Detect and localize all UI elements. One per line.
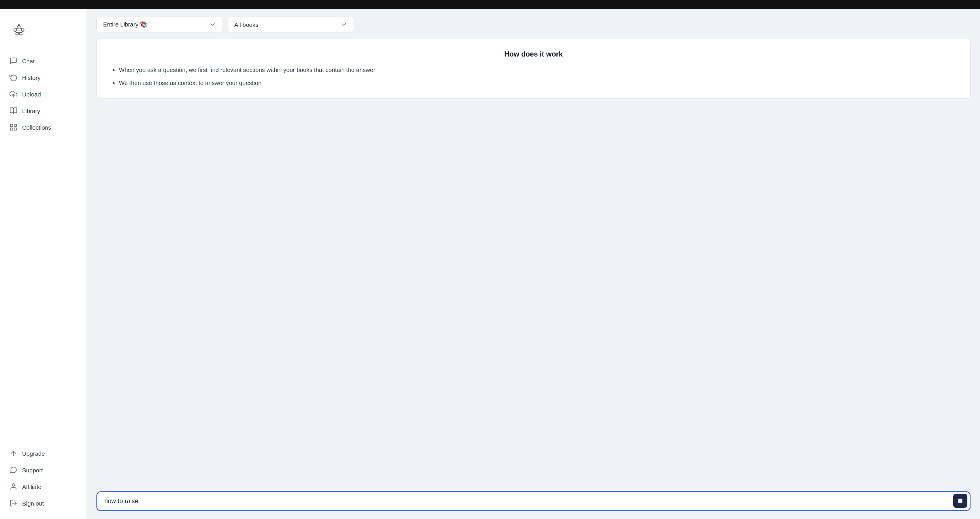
info-card-title: How does it work [111, 50, 956, 59]
chevron-down-icon [209, 21, 216, 28]
library-dropdown-label: Entire Library 📚 [103, 21, 147, 28]
books-dropdown[interactable]: All books [228, 17, 354, 32]
sidebar-item-chat[interactable]: Chat [3, 53, 83, 69]
sidebar-item-history[interactable]: History [3, 70, 83, 85]
top-bar [0, 0, 980, 9]
sidebar-item-collections-label: Collections [22, 124, 51, 131]
sidebar-item-library-label: Library [22, 108, 40, 114]
app-container: Chat History Upload [0, 9, 980, 519]
logo-area [0, 17, 87, 53]
sidebar-item-support-label: Support [22, 467, 43, 474]
chat-area: How does it work When you ask a question… [87, 39, 980, 487]
svg-line-7 [15, 31, 17, 32]
info-bullet-1: When you ask a question, we first find r… [119, 66, 956, 75]
upload-icon [9, 90, 17, 98]
svg-point-4 [20, 32, 22, 35]
sidebar-item-history-label: History [22, 74, 41, 81]
svg-line-8 [21, 31, 23, 32]
chat-input-wrapper [96, 491, 971, 511]
input-area [87, 487, 980, 519]
svg-line-6 [19, 28, 23, 29]
upgrade-icon [9, 449, 17, 457]
svg-point-3 [16, 32, 18, 35]
affiliate-icon [9, 483, 17, 491]
sidebar-item-upgrade-label: Upgrade [22, 450, 45, 457]
books-dropdown-label: All books [234, 21, 258, 28]
collections-icon [9, 123, 17, 131]
info-bullet-2: We then use those as context to answer y… [119, 79, 956, 88]
brain-logo [9, 21, 28, 40]
chevron-down-icon-2 [340, 21, 347, 28]
sidebar-item-chat-label: Chat [22, 58, 35, 64]
svg-rect-17 [11, 128, 13, 130]
sidebar-item-library[interactable]: Library [3, 103, 83, 119]
top-controls: Entire Library 📚 All books [87, 9, 980, 39]
svg-line-5 [15, 28, 19, 29]
svg-rect-16 [14, 128, 17, 130]
sidebar-item-upload[interactable]: Upload [3, 86, 83, 102]
sidebar-item-signout-label: Sign out [22, 500, 44, 507]
svg-rect-21 [958, 499, 963, 503]
chat-input[interactable] [104, 498, 963, 505]
support-icon [9, 466, 17, 474]
stop-button[interactable] [953, 494, 967, 508]
svg-rect-14 [11, 125, 13, 127]
sidebar-item-upgrade[interactable]: Upgrade [3, 445, 83, 461]
chat-icon [9, 57, 17, 65]
sidebar-item-signout[interactable]: Sign out [3, 495, 83, 511]
sidebar-item-support[interactable]: Support [3, 462, 83, 478]
history-icon [9, 74, 17, 81]
info-card: How does it work When you ask a question… [96, 39, 971, 99]
sidebar-item-affiliate[interactable]: Affiliate [3, 479, 83, 494]
info-card-bullets: When you ask a question, we first find r… [111, 66, 956, 87]
nav-section-bottom: Upgrade Support Affiliate [0, 445, 87, 511]
signout-icon [9, 499, 17, 507]
sidebar-item-affiliate-label: Affiliate [22, 483, 41, 490]
nav-section-main: Chat History Upload [0, 53, 87, 135]
sidebar-item-upload-label: Upload [22, 91, 41, 98]
main-content: Entire Library 📚 All books How does it w… [87, 9, 980, 519]
library-dropdown[interactable]: Entire Library 📚 [96, 17, 223, 32]
nav-divider [6, 140, 80, 140]
sidebar-item-collections[interactable]: Collections [3, 119, 83, 135]
stop-icon [957, 498, 963, 504]
sidebar: Chat History Upload [0, 9, 87, 519]
library-icon [9, 107, 17, 115]
svg-rect-15 [14, 125, 17, 127]
svg-point-19 [12, 484, 15, 487]
